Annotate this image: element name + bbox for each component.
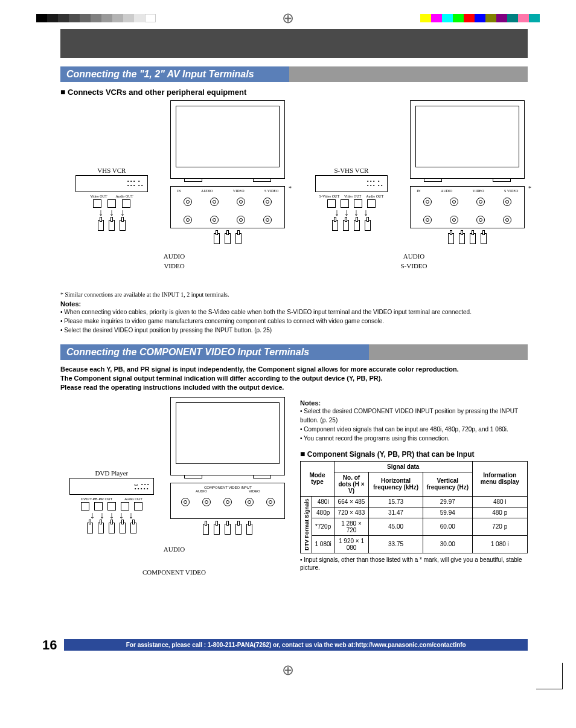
cell-vfreq: 60.00 [423, 518, 473, 535]
cell-display: 720 p [472, 518, 528, 535]
arrow-down-icon: ↓ [109, 208, 114, 217]
svhs-device-icon: ∘∘∘ ∘∘∘∘ ∘∘ [315, 175, 388, 192]
arrow-down-icon: ↓ [363, 208, 368, 217]
plug-icon [109, 220, 115, 231]
label-svideo: S VIDEO [264, 189, 278, 193]
notes-heading-2: Notes: [300, 399, 528, 407]
label-video: VIDEO [473, 189, 484, 193]
arrow-down-icon: ↓ [354, 208, 359, 217]
label-svideo: S VIDEO [504, 189, 518, 193]
cell-dots: 1 280 × 720 [334, 518, 368, 535]
jack-icon [107, 502, 116, 511]
arrow-down-icon: ↓ [98, 208, 103, 217]
cell-display: 480 i [472, 496, 528, 507]
cell-dots: 1 920 × 1 080 [334, 535, 368, 553]
table-row: *720p 1 280 × 720 45.00 60.00 720 p [301, 518, 528, 535]
plug-icon [120, 523, 126, 533]
label-in: IN [177, 189, 181, 193]
plug-icon [481, 233, 487, 244]
page-content: Connecting the "1, 2" AV Input Terminals… [0, 29, 576, 627]
label-component-out: DVD/Y-PB-PR OUT [81, 497, 112, 501]
plug-icon [214, 524, 220, 535]
cable-label-component-video: COMPONENT VIDEO [142, 569, 206, 576]
av-input-panel-icon: IN AUDIO VIDEO S VIDEO [410, 186, 525, 228]
jack-icon [94, 502, 103, 511]
page-number: 16 [42, 637, 57, 653]
note-item: Component video signals that can be inpu… [300, 425, 528, 434]
arrow-down-icon: ↓ [90, 511, 95, 520]
arrow-down-icon: ↓ [344, 208, 349, 217]
signal-table-title: ■ Component Signals (Y, PB, PR) that can… [300, 449, 528, 459]
av-diagrams-row: VHS VCR ∘∘∘ ∘∘∘∘ ∘∘ Video OUT Audio OUT [60, 100, 528, 288]
cell-vfreq: 29.97 [423, 496, 473, 507]
label-audio-out: Audio OUT [116, 195, 133, 198]
cell-hfreq: 45.00 [369, 518, 423, 535]
cell-mode: *720p [312, 518, 334, 535]
th-mode-type: Mode type [301, 461, 334, 496]
th-info-menu: Information menu display [472, 461, 528, 496]
label-video: VIDEO [233, 189, 245, 193]
plug-icon [98, 220, 104, 231]
diagram-vhs: VHS VCR ∘∘∘ ∘∘∘∘ ∘∘ Video OUT Audio OUT [60, 100, 288, 288]
arrow-down-icon: ↓ [119, 511, 124, 520]
dvd-device-icon: ▭ ∘∘∘∘∘∘∘∘ [69, 478, 154, 495]
note-item: Select the desired VIDEO input position … [60, 326, 528, 335]
cable-label-audio: AUDIO [164, 546, 185, 553]
label-video: VIDEO [249, 489, 260, 493]
cable-label-audio: AUDIO [164, 253, 185, 260]
label-audio: AUDIO [441, 189, 452, 193]
device-label-vhs: VHS VCR [97, 167, 126, 174]
label-video-out: Video OUT [90, 195, 107, 198]
color-bar [420, 14, 540, 22]
cell-display: 480 p [472, 507, 528, 518]
cable-label-audio: AUDIO [403, 253, 424, 260]
printer-marks-top: ⊕ [0, 12, 576, 24]
jack-icon [81, 502, 89, 511]
jack-icon [107, 199, 116, 208]
notes-list-1: When connecting video cables, priority i… [60, 308, 528, 335]
diagram-svhs: S-VHS VCR ∘∘∘ ∘∘∘∘ ∘∘ S-Video OUT Video … [300, 100, 528, 288]
note-item: When connecting video cables, priority i… [60, 308, 528, 317]
plug-icon [332, 220, 338, 231]
note-item: Select the desired COMPONENT VIDEO INPUT… [300, 407, 528, 425]
table-footnote: Input signals, other than those listed w… [300, 556, 528, 572]
plug-icon [120, 220, 126, 231]
registration-mark-icon: ⊕ [282, 10, 294, 27]
plug-icon [235, 233, 242, 244]
label-audio: AUDIO [196, 489, 207, 493]
plug-icon [354, 220, 360, 231]
notes-heading-1: Notes: [60, 300, 528, 308]
device-label-dvd: DVD Player [95, 469, 129, 477]
notes-list-2: Select the desired COMPONENT VIDEO INPUT… [300, 407, 528, 443]
cell-mode: 1 080i [312, 535, 334, 553]
header-band [60, 29, 528, 58]
plug-icon [459, 233, 465, 244]
vhs-device-icon: ∘∘∘ ∘∘∘∘ ∘∘ [75, 175, 148, 192]
component-intro-text: Because each Y, PB, and PR signal is inp… [60, 365, 528, 392]
tv-rear-icon [410, 100, 525, 179]
jack-icon [121, 502, 129, 511]
cell-vfreq: 30.00 [423, 535, 473, 553]
label-in: IN [417, 189, 420, 193]
cell-mode: 480p [312, 507, 334, 518]
cell-dots: 664 × 485 [334, 496, 368, 507]
jack-icon [134, 502, 142, 511]
jack-icon [367, 199, 376, 208]
jack-icon [354, 199, 362, 208]
plug-icon [98, 523, 104, 533]
arrow-down-icon: ↓ [129, 511, 133, 520]
jack-icon [341, 199, 349, 208]
row-group-dtv: DTV Format Signals [301, 496, 312, 553]
component-diagram-col: DVD Player ▭ ∘∘∘∘∘∘∘∘ DVD/Y-PB-PR OUT Au… [60, 397, 288, 627]
grayscale-bar [36, 14, 156, 22]
cable-label-svideo: S-VIDEO [401, 262, 427, 269]
plug-icon [470, 233, 476, 244]
cell-hfreq: 33.75 [369, 535, 423, 553]
label-audio: AUDIO [201, 189, 213, 193]
arrow-down-icon: ↓ [100, 511, 104, 520]
component-row: DVD Player ▭ ∘∘∘∘∘∘∘∘ DVD/Y-PB-PR OUT Au… [60, 397, 528, 627]
device-label-svhs: S-VHS VCR [334, 167, 368, 174]
section-title-av-inputs: Connecting the "1, 2" AV Input Terminals [60, 66, 528, 82]
subhead-connects-vcr: ■ Connects VCRs and other peripheral equ… [60, 87, 528, 97]
asterisk-note-icon: * [528, 185, 531, 192]
